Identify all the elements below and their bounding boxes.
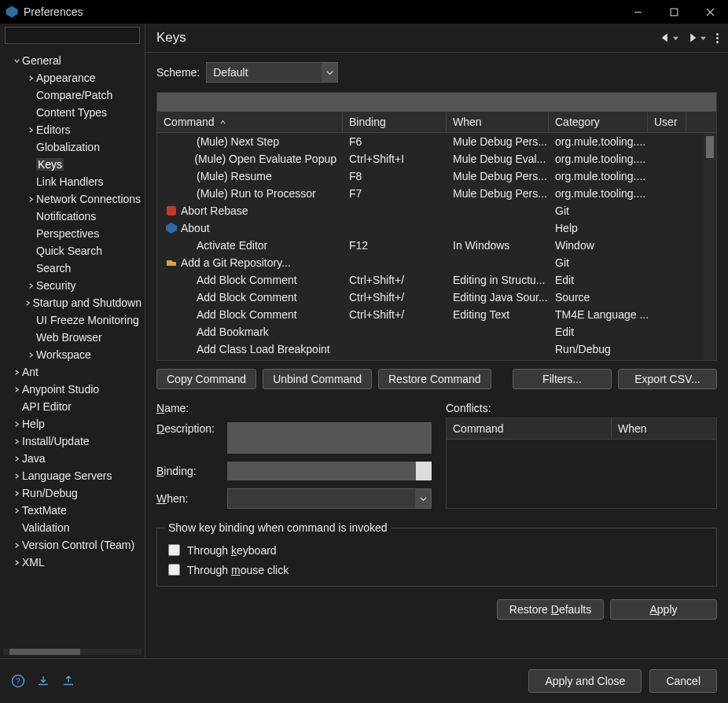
- tree-item[interactable]: Help: [0, 415, 145, 432]
- column-category[interactable]: Category: [549, 112, 648, 132]
- tree-item[interactable]: Editors: [0, 121, 145, 138]
- tree-item[interactable]: Startup and Shutdown: [0, 294, 145, 311]
- chevron-right-icon[interactable]: [25, 196, 36, 203]
- tree-item[interactable]: Anypoint Studio: [0, 381, 145, 398]
- binding-input[interactable]: [227, 462, 416, 480]
- tree-item[interactable]: Workspace: [0, 346, 145, 363]
- restore-command-button[interactable]: Restore Command: [378, 369, 491, 389]
- table-row[interactable]: (Mule) Run to ProcessorF7Mule Debug Pers…: [157, 185, 716, 202]
- tree-item[interactable]: Link Handlers: [0, 173, 145, 190]
- category-cell: Git: [549, 256, 648, 269]
- chevron-right-icon[interactable]: [11, 386, 22, 393]
- tree-item[interactable]: Security: [0, 277, 145, 294]
- chevron-down-icon: [672, 31, 679, 44]
- chevron-right-icon[interactable]: [11, 455, 22, 462]
- tree-item[interactable]: Ant: [0, 363, 145, 381]
- tree-item[interactable]: Validation: [0, 519, 145, 536]
- maximize-button[interactable]: [656, 0, 692, 24]
- when-select[interactable]: [227, 488, 432, 509]
- chevron-right-icon[interactable]: [11, 438, 22, 445]
- import-icon[interactable]: [36, 674, 50, 688]
- table-row[interactable]: Add Block CommentCtrl+Shift+/Editing Tex…: [157, 306, 716, 323]
- table-row[interactable]: Add Block CommentCtrl+Shift+/Editing in …: [157, 271, 716, 289]
- tree-item[interactable]: API Editor: [0, 398, 145, 415]
- tree-item[interactable]: Globalization: [0, 138, 145, 156]
- table-row[interactable]: Add BookmarkEdit: [157, 323, 716, 340]
- conflicts-col-command[interactable]: Command: [447, 418, 612, 439]
- binding-clear-button[interactable]: [416, 462, 432, 480]
- chevron-right-icon[interactable]: [11, 473, 22, 480]
- tree-item[interactable]: UI Freeze Monitoring: [0, 311, 145, 329]
- chevron-right-icon[interactable]: [11, 542, 22, 549]
- chevron-right-icon[interactable]: [25, 282, 36, 289]
- table-row[interactable]: (Mule) ResumeF8Mule Debug Pers...org.mul…: [157, 167, 716, 185]
- history-back[interactable]: [660, 31, 679, 44]
- table-row[interactable]: Add Block CommentCtrl+Shift+/Editing Jav…: [157, 289, 716, 306]
- description-field[interactable]: [227, 422, 432, 454]
- minimize-button[interactable]: [620, 0, 656, 24]
- tree-item[interactable]: Perspectives: [0, 225, 145, 242]
- tree-item[interactable]: Compare/Patch: [0, 86, 145, 104]
- chevron-right-icon[interactable]: [11, 369, 22, 376]
- chevron-right-icon[interactable]: [11, 421, 22, 428]
- tree-item[interactable]: TextMate: [0, 502, 145, 519]
- table-row[interactable]: (Mule) Open Evaluate PopupCtrl+Shift+IMu…: [157, 150, 716, 167]
- column-user[interactable]: User: [648, 112, 686, 132]
- table-row[interactable]: Abort RebaseGit: [157, 202, 716, 219]
- apply-and-close-button[interactable]: Apply and Close: [528, 669, 642, 693]
- chevron-right-icon[interactable]: [11, 490, 22, 497]
- chevron-right-icon[interactable]: [11, 559, 22, 566]
- tree-item[interactable]: Version Control (Team): [0, 536, 145, 554]
- conflicts-col-when[interactable]: When: [612, 418, 716, 439]
- sidebar-scrollbar[interactable]: [0, 646, 145, 658]
- tree-item[interactable]: Appearance: [0, 69, 145, 86]
- tree-item[interactable]: Notifications: [0, 208, 145, 225]
- table-scrollbar[interactable]: [704, 133, 716, 360]
- column-when[interactable]: When: [447, 112, 549, 132]
- tree-item[interactable]: Run/Debug: [0, 484, 145, 502]
- tree-item[interactable]: Language Servers: [0, 467, 145, 484]
- table-row[interactable]: Activate EditorF12In WindowsWindow: [157, 237, 716, 254]
- table-filter-bar[interactable]: [157, 93, 716, 112]
- category-tree[interactable]: GeneralAppearanceCompare/PatchContent Ty…: [0, 49, 145, 646]
- through-keyboard-checkbox[interactable]: [168, 544, 180, 556]
- tree-item[interactable]: General: [0, 52, 145, 69]
- tree-item[interactable]: Install/Update: [0, 432, 145, 450]
- tree-item[interactable]: Java: [0, 450, 145, 467]
- close-button[interactable]: [692, 0, 728, 24]
- column-binding[interactable]: Binding: [343, 112, 447, 132]
- through-mouse-checkbox[interactable]: [168, 564, 180, 576]
- scheme-select[interactable]: Default: [206, 62, 338, 83]
- apply-button[interactable]: Apply: [610, 599, 717, 620]
- tree-item[interactable]: Quick Search: [0, 242, 145, 259]
- export-csv-button[interactable]: Export CSV...: [618, 369, 717, 389]
- tree-item[interactable]: Web Browser: [0, 329, 145, 346]
- filters-button[interactable]: Filters...: [513, 369, 612, 389]
- unbind-command-button[interactable]: Unbind Command: [263, 369, 372, 389]
- tree-item[interactable]: Content Types: [0, 104, 145, 121]
- chevron-down-icon[interactable]: [11, 57, 22, 64]
- export-icon[interactable]: [61, 674, 75, 688]
- table-row[interactable]: AboutHelp: [157, 219, 716, 237]
- table-row[interactable]: Add a Git Repository...Git: [157, 254, 716, 271]
- chevron-right-icon[interactable]: [25, 75, 36, 82]
- restore-defaults-button[interactable]: Restore Defaults: [497, 599, 604, 620]
- chevron-right-icon[interactable]: [25, 127, 36, 134]
- copy-command-button[interactable]: Copy Command: [156, 369, 256, 389]
- column-command[interactable]: Command: [157, 112, 343, 132]
- tree-item[interactable]: XML: [0, 554, 145, 571]
- tree-item[interactable]: Search: [0, 259, 145, 277]
- tree-item[interactable]: Network Connections: [0, 190, 145, 208]
- table-body[interactable]: (Mule) Next StepF6Mule Debug Pers...org.…: [157, 133, 716, 360]
- help-icon[interactable]: ?: [11, 674, 25, 688]
- page-menu[interactable]: [715, 31, 720, 45]
- filter-input[interactable]: [5, 27, 140, 44]
- tree-item[interactable]: Keys: [0, 156, 145, 173]
- chevron-right-icon[interactable]: [23, 300, 33, 307]
- history-forward[interactable]: [687, 31, 707, 44]
- cancel-button[interactable]: Cancel: [649, 669, 717, 693]
- chevron-right-icon[interactable]: [25, 352, 36, 359]
- table-row[interactable]: (Mule) Next StepF6Mule Debug Pers...org.…: [157, 133, 716, 150]
- chevron-right-icon[interactable]: [11, 507, 22, 514]
- table-row[interactable]: Add Class Load BreakpointRun/Debug: [157, 340, 716, 358]
